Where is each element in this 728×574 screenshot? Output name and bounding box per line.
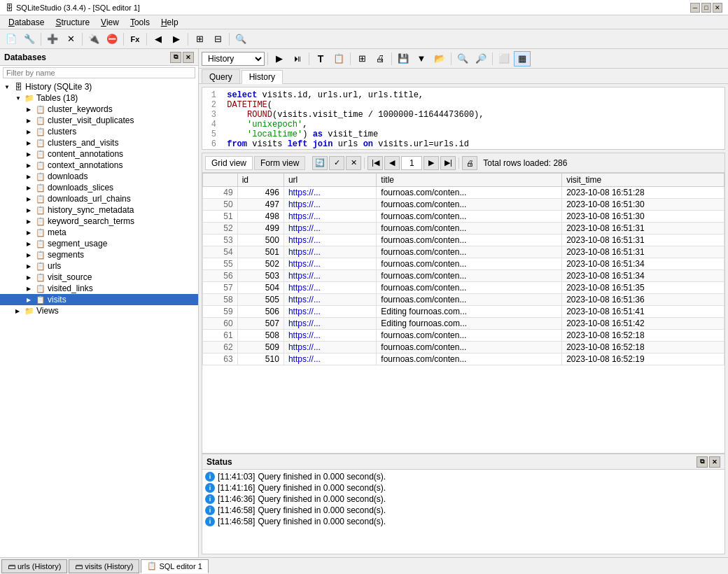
first-page-btn[interactable]: |◀	[368, 156, 383, 170]
tree-table-downloads[interactable]: ▶ 📋 downloads	[0, 171, 198, 182]
menu-structure[interactable]: Structure	[50, 16, 95, 29]
table-row[interactable]: 49 496 https://... fournoas.com/conten..…	[203, 187, 724, 199]
panel-toggle-button[interactable]: ▦	[514, 51, 531, 66]
view-toggle-button[interactable]: ⬜	[496, 51, 512, 66]
tree-table-cluster_visit_duplicates[interactable]: ▶ 📋 cluster_visit_duplicates	[0, 115, 198, 126]
new-button[interactable]: 📄	[3, 31, 20, 47]
table-row[interactable]: 60 507 https://... Editing fournoas.com.…	[203, 318, 724, 330]
open-file-button[interactable]: 📂	[431, 51, 448, 66]
format-sql-button[interactable]: T	[312, 51, 329, 66]
menu-database[interactable]: Database	[3, 16, 50, 29]
find-replace-button[interactable]: 🔎	[472, 51, 489, 66]
database-selector[interactable]: History	[202, 52, 265, 66]
col-header-visit_time[interactable]: visit_time	[562, 174, 724, 187]
tree-table-segments[interactable]: ▶ 📋 segments	[0, 249, 198, 260]
tree-table-clusters[interactable]: ▶ 📋 clusters	[0, 126, 198, 137]
menu-tools[interactable]: Tools	[125, 16, 155, 29]
page-input[interactable]	[401, 156, 422, 170]
connect-button[interactable]: 🔌	[85, 31, 102, 47]
next-page-btn[interactable]: ▶	[424, 156, 439, 170]
col-header-id[interactable]: id	[237, 174, 284, 187]
history-button[interactable]: 📋	[330, 51, 347, 66]
run-query-button[interactable]: ▶	[271, 51, 288, 66]
bottom-tab-urls[interactable]: 🗃 urls (History)	[1, 559, 67, 573]
maximize-button[interactable]: □	[701, 3, 711, 13]
menu-help[interactable]: Help	[155, 16, 184, 29]
open-button[interactable]: 🔧	[21, 31, 38, 47]
table-row[interactable]: 52 499 https://... fournoas.com/conten..…	[203, 223, 724, 234]
tree-table-meta[interactable]: ▶ 📋 meta	[0, 227, 198, 238]
prev-page-btn[interactable]: ◀	[384, 156, 400, 170]
minimize-button[interactable]: ─	[690, 3, 700, 13]
cell-visit_time: 2023-10-08 16:51:31	[562, 234, 724, 246]
explain-button[interactable]: ⊞	[354, 51, 370, 66]
tree-table-clusters_and_visits[interactable]: ▶ 📋 clusters_and_visits	[0, 137, 198, 148]
next-button[interactable]: ▶	[168, 31, 185, 47]
tree-tables-group[interactable]: ▼ 📁 Tables (18)	[0, 92, 198, 104]
col-header-title[interactable]: title	[377, 174, 562, 187]
table-row[interactable]: 54 501 https://... fournoas.com/conten..…	[203, 246, 724, 258]
bottom-tab-sqleditor[interactable]: 📋 SQL editor 1	[141, 559, 208, 573]
databases-panel-float[interactable]: ⧉	[170, 52, 181, 63]
sql-editor[interactable]: 1 select visits.id, urls.url, urls.title…	[202, 87, 725, 150]
tree-table-downloads_url_chains[interactable]: ▶ 📋 downloads_url_chains	[0, 193, 198, 204]
tree-table-context_annotations[interactable]: ▶ 📋 context_annotations	[0, 160, 198, 171]
last-page-btn[interactable]: ▶|	[440, 156, 456, 170]
print-button[interactable]: 🖨	[372, 51, 388, 66]
close-button[interactable]: ✕	[713, 3, 722, 13]
remove-db-button[interactable]: ✕	[62, 31, 79, 47]
tree-table-segment_usage[interactable]: ▶ 📋 segment_usage	[0, 238, 198, 249]
tree-table-visits[interactable]: ▶ 📋 visits	[0, 294, 198, 305]
status-float-btn[interactable]: ⧉	[696, 456, 708, 468]
tree-table-downloads_slices[interactable]: ▶ 📋 downloads_slices	[0, 182, 198, 193]
find-button[interactable]: 🔍	[454, 51, 471, 66]
bottom-tab-visits[interactable]: 🗃 visits (History)	[69, 559, 139, 573]
table-row[interactable]: 55 502 https://... fournoas.com/conten..…	[203, 258, 724, 270]
add-db-button[interactable]: ➕	[44, 31, 61, 47]
prev-button[interactable]: ◀	[150, 31, 167, 47]
tree-table-urls[interactable]: ▶ 📋 urls	[0, 260, 198, 272]
export-dropdown[interactable]: ▼	[413, 51, 430, 66]
table-row[interactable]: 57 504 https://... fournoas.com/conten..…	[203, 282, 724, 294]
disconnect-button[interactable]: ⛔	[104, 31, 120, 47]
table-row[interactable]: 58 505 https://... fournoas.com/conten..…	[203, 294, 724, 306]
cell-url: https://...	[284, 199, 376, 211]
table-row[interactable]: 62 509 https://... fournoas.com/conten..…	[203, 342, 724, 354]
filter-input[interactable]	[3, 67, 195, 78]
tree-table-history_sync_metadata[interactable]: ▶ 📋 history_sync_metadata	[0, 204, 198, 216]
table-row[interactable]: 56 503 https://... fournoas.com/conten..…	[203, 270, 724, 282]
tree-views-group[interactable]: ▶ 📁 Views	[0, 305, 198, 316]
table-row[interactable]: 61 508 https://... fournoas.com/conten..…	[203, 330, 724, 342]
search-db-button[interactable]: 🔍	[232, 31, 249, 47]
table-row[interactable]: 53 500 https://... fournoas.com/conten..…	[203, 234, 724, 246]
grid-view-tab[interactable]: Grid view	[205, 156, 253, 170]
menu-view[interactable]: View	[95, 16, 125, 29]
tree-table-content_annotations[interactable]: ▶ 📋 content_annotations	[0, 148, 198, 160]
cancel-btn[interactable]: ✕	[346, 156, 361, 170]
table-row[interactable]: 59 506 https://... Editing fournoas.com.…	[203, 306, 724, 318]
export-button[interactable]: 💾	[395, 51, 412, 66]
table-row[interactable]: 51 498 https://... fournoas.com/conten..…	[203, 211, 724, 223]
tree-table-visit_source[interactable]: ▶ 📋 visit_source	[0, 272, 198, 283]
export-data-btn[interactable]: 🖨	[462, 156, 477, 170]
form-view-tab[interactable]: Form view	[254, 156, 305, 170]
run-current-button[interactable]: ⏯	[289, 51, 306, 66]
tree-table-visited_links[interactable]: ▶ 📋 visited_links	[0, 283, 198, 294]
table-row[interactable]: 63 510 https://... fournoas.com/conten..…	[203, 354, 724, 365]
tree-db-root[interactable]: ▼ 🗄 History (SQLite 3)	[0, 81, 198, 92]
fx-button[interactable]: Fx	[127, 31, 144, 47]
tree-table-keyword_search_terms[interactable]: ▶ 📋 keyword_search_terms	[0, 216, 198, 227]
data-grid[interactable]: id url title visit_time 49 496 https://.…	[202, 172, 725, 454]
databases-panel-close[interactable]: ✕	[183, 52, 194, 63]
check-btn[interactable]: ✓	[329, 156, 344, 170]
status-message: Query finished in 0.000 second(s).	[258, 483, 386, 493]
status-close-btn[interactable]: ✕	[709, 456, 720, 468]
tab-history[interactable]: History	[241, 70, 283, 84]
tree-table-cluster_keywords[interactable]: ▶ 📋 cluster_keywords	[0, 104, 198, 115]
tab-query[interactable]: Query	[202, 69, 240, 83]
collapse-button[interactable]: ⊟	[209, 31, 226, 47]
col-header-url[interactable]: url	[284, 174, 376, 187]
table-row[interactable]: 50 497 https://... fournoas.com/conten..…	[203, 199, 724, 211]
expand-button[interactable]: ⊞	[191, 31, 208, 47]
refresh-btn[interactable]: 🔄	[312, 156, 328, 170]
